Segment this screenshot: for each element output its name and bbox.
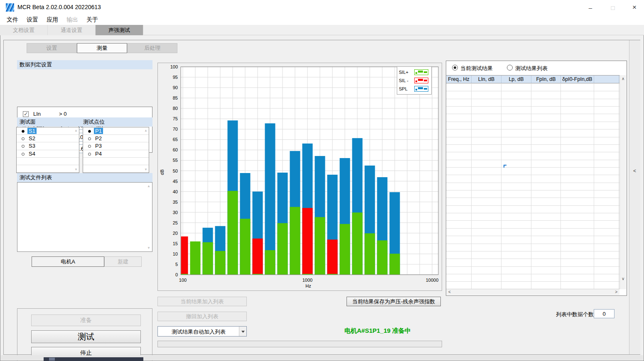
legend-entry: SIL+: [399, 68, 430, 76]
menu-item[interactable]: 关于: [82, 15, 102, 24]
bullet-icon[interactable]: [22, 137, 25, 140]
subtab[interactable]: 测量: [77, 43, 127, 53]
scroll-up-icon[interactable]: ▲: [144, 129, 147, 132]
tab-inactive[interactable]: 文档设置: [0, 25, 48, 35]
legend-bars-icon: [414, 86, 428, 92]
control-button[interactable]: 测试: [31, 330, 141, 343]
chart-legend: SIL+SIL -SPL: [397, 66, 432, 95]
table-column-header[interactable]: Lp, dB: [501, 76, 531, 83]
table-cell: [531, 259, 561, 266]
results-table-header: Freq., HzLIn, dBLp, dBFpIn, dBδpI0-FpIn,…: [446, 75, 619, 83]
table-column-header[interactable]: FpIn, dB: [531, 76, 561, 83]
menu-item[interactable]: 输出: [62, 15, 82, 24]
scroll-down-icon[interactable]: ▼: [144, 168, 147, 171]
table-cell: [446, 198, 472, 205]
table-cell: [472, 160, 501, 167]
table-cell: [561, 244, 594, 251]
radio-result-list[interactable]: [507, 65, 513, 71]
list-item[interactable]: P2: [83, 135, 149, 142]
scroll-left-icon[interactable]: <: [448, 290, 451, 294]
list-item-label[interactable]: P1: [94, 128, 103, 134]
list-item[interactable]: P3: [83, 142, 149, 150]
svg-text:10000: 10000: [426, 278, 439, 283]
list-item-label[interactable]: S2: [27, 135, 37, 141]
save-as-index-button[interactable]: 当前结果保存为声压-残余声强指数: [347, 297, 441, 306]
table-column-header[interactable]: LIn, dB: [472, 76, 501, 83]
chevron-down-icon[interactable]: [239, 327, 246, 336]
table-cell: [594, 91, 619, 98]
list-item-label[interactable]: S4: [27, 151, 37, 157]
undo-add-button[interactable]: 撤回加入列表: [157, 312, 247, 321]
list-item-label[interactable]: P3: [94, 143, 103, 149]
tab-active[interactable]: 声强测试: [96, 25, 143, 35]
close-button[interactable]: ×: [625, 0, 644, 15]
project-name-button[interactable]: 电机A: [32, 256, 104, 267]
menu-item[interactable]: 文件: [2, 15, 22, 24]
minimize-button[interactable]: –: [581, 0, 600, 15]
table-column-header[interactable]: Freq., Hz: [446, 76, 472, 83]
list-item[interactable]: P4: [83, 150, 149, 158]
table-cell: [472, 267, 501, 274]
tab-bar: 文档设置通道设置声强测试: [0, 25, 644, 35]
bullet-icon[interactable]: [88, 145, 91, 148]
list-item-label[interactable]: S3: [27, 143, 37, 149]
control-button[interactable]: 准备: [31, 315, 141, 326]
bullet-icon[interactable]: [88, 137, 91, 140]
scroll-up-icon[interactable]: ▲: [74, 129, 78, 132]
auto-add-dropdown[interactable]: 测试结果自动加入列表: [157, 326, 247, 337]
criteria-checkbox[interactable]: [23, 111, 29, 117]
subtab[interactable]: 后处理: [127, 43, 177, 53]
table-column-header[interactable]: δpI0-FpIn,dB: [561, 76, 594, 83]
table-cell: [501, 221, 531, 228]
list-count-input[interactable]: [594, 309, 615, 318]
table-cell: [594, 259, 619, 266]
list-item[interactable]: P1: [83, 127, 149, 135]
table-column-header[interactable]: [594, 76, 619, 83]
table-cell: [561, 175, 594, 182]
table-cell: [501, 122, 531, 129]
table-row: [446, 107, 619, 114]
scroll-down-icon[interactable]: ▼: [74, 168, 78, 171]
bullet-icon[interactable]: [22, 145, 25, 148]
table-cell: [594, 168, 619, 175]
selected-bullet-icon[interactable]: [88, 130, 91, 133]
list-item-label[interactable]: P4: [94, 151, 103, 157]
table-cell: [531, 198, 561, 205]
auto-add-dropdown-value: 测试结果自动加入列表: [158, 328, 239, 336]
table-cell: [501, 137, 531, 144]
selected-bullet-icon[interactable]: [22, 130, 25, 133]
table-cell: [531, 99, 561, 106]
radio-current-result[interactable]: [452, 65, 458, 71]
bullet-icon[interactable]: [88, 153, 91, 156]
list-item-label[interactable]: S1: [27, 128, 37, 134]
list-item[interactable]: S1: [17, 127, 79, 135]
scroll-up-icon[interactable]: ▲: [147, 184, 150, 188]
collapse-panel-handle[interactable]: <: [629, 40, 640, 354]
table-row: [446, 160, 619, 168]
list-item-label[interactable]: P2: [94, 135, 103, 141]
list-item[interactable]: S2: [17, 135, 79, 142]
table-row: [446, 229, 619, 236]
maximize-button[interactable]: □: [603, 0, 622, 15]
file-listbox[interactable]: ▲ ▼: [17, 182, 152, 252]
table-cell: [501, 274, 531, 281]
bullet-icon[interactable]: [22, 153, 25, 156]
new-project-button[interactable]: 新建: [104, 256, 142, 267]
results-horizontal-scrollbar[interactable]: < >: [446, 289, 619, 295]
svg-text:70: 70: [173, 127, 178, 132]
scroll-up-icon[interactable]: ∧: [622, 76, 624, 81]
list-item[interactable]: S3: [17, 142, 79, 150]
subtab[interactable]: 设置: [27, 43, 77, 53]
table-cell: [501, 175, 531, 182]
scroll-down-icon[interactable]: ∨: [622, 276, 624, 281]
list-item[interactable]: S4: [17, 150, 79, 158]
menu-item[interactable]: 应用: [42, 15, 62, 24]
add-current-result-button[interactable]: 当前结果加入列表: [157, 297, 247, 306]
results-vertical-scrollbar[interactable]: ∧ ∨: [619, 75, 626, 289]
tab-inactive[interactable]: 通道设置: [48, 25, 96, 35]
menu-item[interactable]: 设置: [22, 15, 42, 24]
table-cell: [531, 221, 561, 228]
scroll-right-icon[interactable]: >: [615, 290, 617, 294]
scroll-down-icon[interactable]: ▼: [147, 246, 150, 250]
table-cell: [501, 99, 531, 106]
